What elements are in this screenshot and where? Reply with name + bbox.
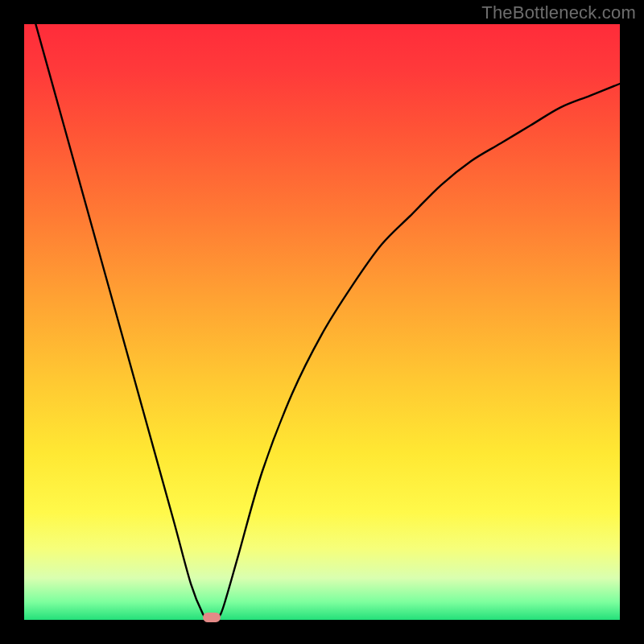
plot-area (24, 24, 620, 620)
bottleneck-curve (24, 24, 620, 620)
minimum-marker (203, 613, 221, 622)
watermark-text: TheBottleneck.com (481, 2, 636, 23)
chart-frame: TheBottleneck.com (0, 0, 644, 644)
